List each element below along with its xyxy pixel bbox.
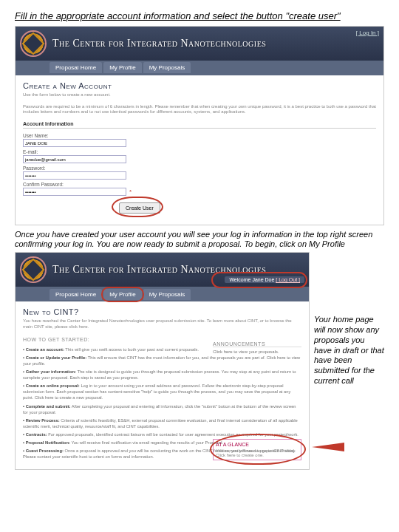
welcome-badge: Welcome Jane Doe [ Log Out ]: [225, 276, 304, 283]
instruction-step1: Fill in the appropriate account informat…: [15, 10, 384, 23]
tab-proposal-home[interactable]: Proposal Home: [50, 62, 102, 73]
logout-link[interactable]: [ Log Out ]: [276, 277, 300, 282]
screenshot-home-page: The Center for Integrated Nanotechnologi…: [15, 252, 310, 470]
side-note: Your home page will now show any proposa…: [314, 315, 384, 386]
screenshot-create-account: The Center for Integrated Nanotechnologi…: [15, 26, 384, 225]
login-link[interactable]: [ Log In ]: [356, 30, 379, 36]
intro-text: You have reached the Center for Integrat…: [23, 318, 301, 330]
cint-logo-icon: [20, 30, 47, 57]
annotation-arrow-icon: [312, 443, 344, 451]
label-email: E-mail:: [23, 149, 376, 154]
password-field[interactable]: [23, 171, 126, 180]
announcements-box: ANNOUNCEMENTS Click here to view your pr…: [213, 341, 301, 354]
label-username: User Name:: [23, 133, 376, 138]
nav-bar: Proposal Home My Profile My Proposals: [16, 287, 309, 301]
nav-bar: Proposal Home My Profile My Proposals: [16, 61, 383, 75]
page-title: Create a New Account: [23, 81, 376, 90]
password-rule: Passwords are required to be a minimum o…: [23, 104, 376, 116]
at-a-glance-box: AT A GLANCE You currently have no propos…: [213, 439, 301, 460]
intro-text: Use the form below to create a new accou…: [23, 92, 376, 98]
required-icon: *: [129, 188, 132, 195]
app-title: The Center for Integrated Nanotechnologi…: [52, 264, 266, 276]
tab-my-proposals[interactable]: My Proposals: [143, 289, 191, 300]
email-field[interactable]: [23, 155, 126, 163]
confirm-password-field[interactable]: [23, 188, 126, 196]
instruction-step2: Once you have created your user account …: [15, 230, 384, 249]
label-password: Password:: [23, 166, 376, 171]
tab-my-profile[interactable]: My Profile: [103, 62, 142, 73]
tab-proposal-home[interactable]: Proposal Home: [50, 289, 102, 300]
page-title: New to CINT?: [23, 307, 301, 316]
create-user-button[interactable]: Create User: [119, 202, 160, 214]
app-title: The Center for Integrated Nanotechnologi…: [52, 38, 266, 50]
label-confirm-password: Confirm Password:: [23, 182, 376, 187]
tab-my-profile[interactable]: My Profile: [103, 289, 142, 300]
app-banner: The Center for Integrated Nanotechnologi…: [16, 27, 383, 61]
username-field[interactable]: [23, 139, 126, 147]
section-heading: Account Information: [23, 121, 376, 129]
tab-my-proposals[interactable]: My Proposals: [143, 62, 191, 73]
cint-logo-icon: [20, 256, 47, 283]
app-banner: The Center for Integrated Nanotechnologi…: [16, 253, 309, 287]
